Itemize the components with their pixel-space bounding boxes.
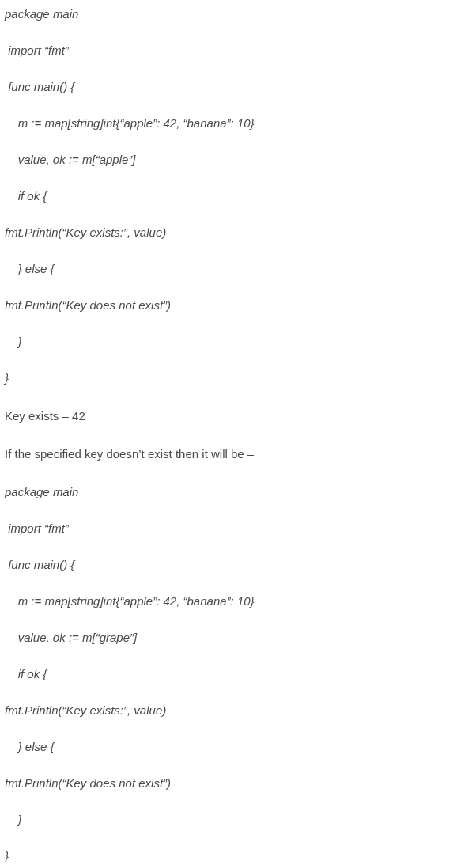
code-line: } [5,369,471,388]
code-block-2: package main import “fmt” func main() { … [5,483,471,866]
code-line: value, ok := m[“grape”] [5,628,471,647]
code-line: fmt.Println(“Key exists:”, value) [5,701,471,720]
code-line: if ok { [5,665,471,684]
output-text: Key exists – 42 [5,407,471,426]
code-line: } [5,332,471,351]
transition-text: If the specified key doesn’t exist then … [5,445,471,464]
code-line: fmt.Println(“Key exists:”, value) [5,223,471,242]
code-line: fmt.Println(“Key does not exist”) [5,296,471,315]
code-line: } [5,847,471,866]
code-line: package main [5,483,471,502]
code-line: func main() { [5,78,471,97]
code-line: m := map[string]int{“apple”: 42, “banana… [5,592,471,611]
code-line: func main() { [5,555,471,574]
code-block-1: package main import “fmt” func main() { … [5,5,471,388]
code-line: } else { [5,737,471,756]
code-line: import “fmt” [5,41,471,60]
code-line: m := map[string]int{“apple”: 42, “banana… [5,114,471,133]
code-line: fmt.Println(“Key does not exist”) [5,774,471,793]
code-line: } else { [5,260,471,279]
code-line: if ok { [5,187,471,206]
code-line: } [5,810,471,829]
code-line: value, ok := m[“apple”] [5,150,471,169]
code-line: package main [5,5,471,24]
code-line: import “fmt” [5,519,471,538]
